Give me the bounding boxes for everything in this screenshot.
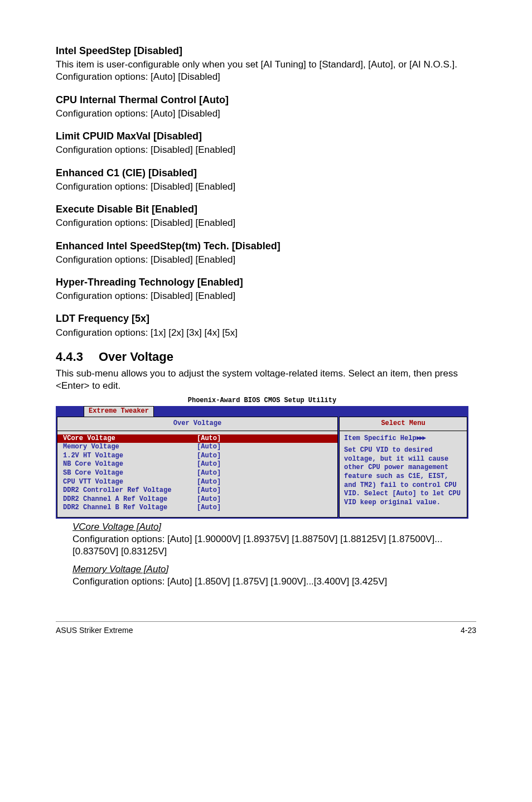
- section-title: Hyper-Threading Technology [Enabled]: [56, 276, 476, 289]
- section-body: Configuration options: [Disabled] [Enabl…: [56, 290, 476, 302]
- section-6: Hyper-Threading Technology [Enabled] Con…: [56, 276, 476, 302]
- subsection-body: This sub-menu allows you to adjust the s…: [56, 368, 476, 392]
- section-body: Configuration options: [Disabled] [Enabl…: [56, 181, 476, 193]
- bios-row-selected[interactable]: VCore Voltage [Auto]: [57, 434, 337, 443]
- section-title: CPU Internal Thermal Control [Auto]: [56, 94, 476, 107]
- bios-row[interactable]: 1.2V HT Voltage [Auto]: [63, 452, 332, 461]
- section-body: Configuration options: [Disabled] [Enabl…: [56, 217, 476, 229]
- bios-row-value: [Auto]: [197, 504, 221, 513]
- section-title: LDT Frequency [5x]: [56, 312, 476, 325]
- bios-screenshot: Phoenix-Award BIOS CMOS Setup Utility Ex…: [56, 395, 468, 519]
- bios-row-label: 1.2V HT Voltage: [63, 452, 197, 461]
- bios-row-label: DDR2 Channel B Ref Voltage: [63, 504, 197, 513]
- bios-tab[interactable]: Extreme Tweaker: [84, 406, 154, 417]
- right-arrows-icon: ►►►: [417, 434, 425, 442]
- section-title: Limit CPUID MaxVal [Disabled]: [56, 130, 476, 143]
- under-item-body: Configuration options: [Auto] [1.90000V]…: [72, 533, 476, 558]
- section-title: Execute Disable Bit [Enabled]: [56, 203, 476, 216]
- bios-row-value: [Auto]: [197, 469, 221, 478]
- bios-help-body: Set CPU VID to desired voltage, but it w…: [344, 446, 462, 507]
- bios-right-header: Select Menu: [340, 417, 467, 431]
- subsection-heading: 4.4.3Over Voltage: [56, 349, 476, 365]
- bios-row-label: NB Core Voltage: [63, 460, 197, 469]
- footer-left: ASUS Striker Extreme: [56, 625, 133, 635]
- bios-left-header: Over Voltage: [57, 417, 337, 431]
- bios-help-title: Item Specific Help►►►: [344, 434, 462, 443]
- bios-title: Phoenix-Award BIOS CMOS Setup Utility: [56, 395, 468, 407]
- section-title: Enhanced Intel SpeedStep(tm) Tech. [Disa…: [56, 240, 476, 253]
- subsection-number: 4.4.3: [56, 349, 83, 365]
- bios-row-value: [Auto]: [197, 495, 221, 504]
- bios-left-body: VCore Voltage [Auto] Memory Voltage [Aut…: [57, 431, 337, 517]
- page-footer: ASUS Striker Extreme 4-23: [56, 625, 476, 635]
- bios-row[interactable]: CPU VTT Voltage [Auto]: [63, 478, 332, 487]
- bios-row[interactable]: Memory Voltage [Auto]: [63, 443, 332, 452]
- section-7: LDT Frequency [5x] Configuration options…: [56, 312, 476, 339]
- section-body: Configuration options: [Auto] [Disabled]: [56, 108, 476, 120]
- section-title: Intel SpeedStep [Disabled]: [56, 45, 476, 57]
- bios-row[interactable]: DDR2 Controller Ref Voltage [Auto]: [63, 486, 332, 495]
- under-item-title: Memory Voltage [Auto]: [72, 563, 476, 576]
- config-sections: Intel SpeedStep [Disabled] This item is …: [56, 45, 476, 339]
- section-body: This item is user-configurable only when…: [56, 59, 476, 83]
- section-body: Configuration options: [Disabled] [Enabl…: [56, 144, 476, 156]
- section-3: Enhanced C1 (CIE) [Disabled] Configurati…: [56, 167, 476, 193]
- bios-row-label: CPU VTT Voltage: [63, 478, 197, 487]
- bios-row[interactable]: DDR2 Channel B Ref Voltage [Auto]: [63, 504, 332, 513]
- footer-divider: [56, 621, 476, 622]
- bios-row[interactable]: SB Core Voltage [Auto]: [63, 469, 332, 478]
- section-2: Limit CPUID MaxVal [Disabled] Configurat…: [56, 130, 476, 156]
- section-body: Configuration options: [1x] [2x] [3x] [4…: [56, 327, 476, 339]
- bios-help-title-text: Item Specific Help: [344, 434, 417, 442]
- bios-row-value: [Auto]: [197, 443, 221, 452]
- section-1: CPU Internal Thermal Control [Auto] Conf…: [56, 94, 476, 120]
- under-item-title: VCore Voltage [Auto]: [72, 521, 476, 533]
- bios-row-value: [Auto]: [197, 478, 221, 487]
- bios-right-pane: Select Menu Item Specific Help►►► Set CP…: [339, 417, 467, 518]
- bios-row[interactable]: NB Core Voltage [Auto]: [63, 460, 332, 469]
- bios-row-label: DDR2 Controller Ref Voltage: [63, 486, 197, 495]
- bios-left-pane: Over Voltage VCore Voltage [Auto] Memory…: [57, 417, 338, 518]
- section-0: Intel SpeedStep [Disabled] This item is …: [56, 45, 476, 84]
- subsection-title: Over Voltage: [99, 350, 173, 364]
- bios-right-body: Item Specific Help►►► Set CPU VID to des…: [340, 431, 467, 512]
- bios-row-value: [Auto]: [197, 460, 221, 469]
- section-5: Enhanced Intel SpeedStep(tm) Tech. [Disa…: [56, 240, 476, 266]
- section-title: Enhanced C1 (CIE) [Disabled]: [56, 167, 476, 180]
- under-bios-items: VCore Voltage [Auto] Configuration optio…: [72, 521, 476, 588]
- bios-row-label: Memory Voltage: [63, 443, 197, 452]
- bios-row-label: VCore Voltage: [63, 434, 197, 443]
- bios-row-value: [Auto]: [197, 452, 221, 461]
- bios-main: Over Voltage VCore Voltage [Auto] Memory…: [56, 417, 468, 519]
- bios-row-label: DDR2 Channel A Ref Voltage: [63, 495, 197, 504]
- bios-row-value: [Auto]: [197, 434, 221, 443]
- footer-right: 4-23: [461, 625, 476, 635]
- section-body: Configuration options: [Disabled] [Enabl…: [56, 254, 476, 266]
- section-4: Execute Disable Bit [Enabled] Configurat…: [56, 203, 476, 229]
- under-item-body: Configuration options: [Auto] [1.850V] […: [72, 576, 476, 588]
- bios-row[interactable]: DDR2 Channel A Ref Voltage [Auto]: [63, 495, 332, 504]
- bios-row-label: SB Core Voltage: [63, 469, 197, 478]
- bios-tab-row: Extreme Tweaker: [56, 406, 468, 417]
- bios-row-value: [Auto]: [197, 486, 221, 495]
